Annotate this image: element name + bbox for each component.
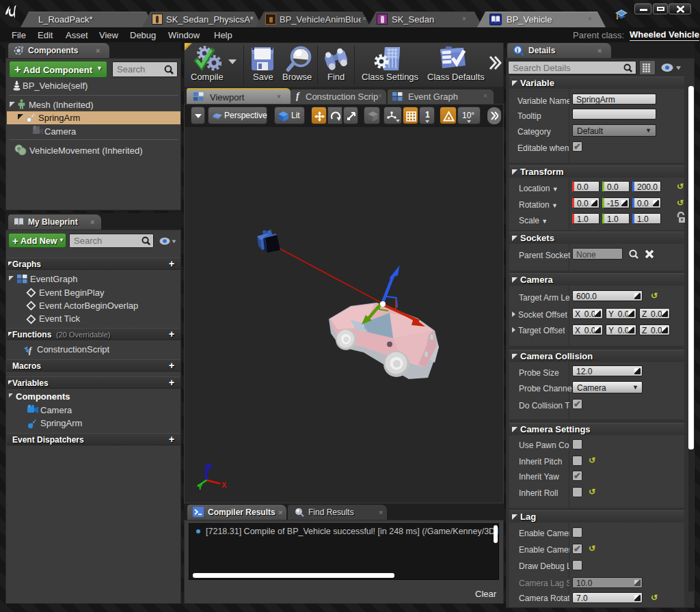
svg-text:i: i [517,46,519,54]
svg-text:X: X [221,481,227,489]
svg-text:f: f [29,346,32,355]
svg-text:Y: Y [198,483,203,491]
svg-text:Z: Z [208,462,213,471]
